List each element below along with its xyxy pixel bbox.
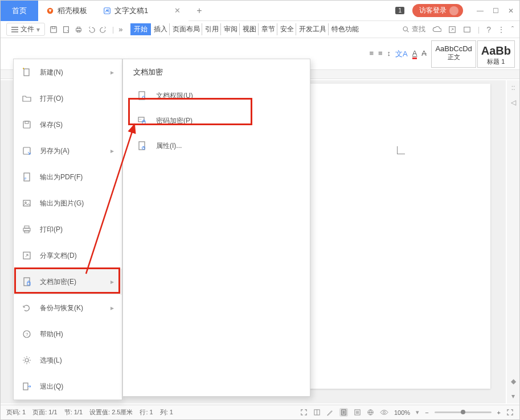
new-file-icon bbox=[22, 67, 32, 77]
ribbon-tab-security[interactable]: 安全 bbox=[279, 23, 296, 35]
web-view-icon[interactable] bbox=[367, 409, 374, 416]
zoom-chevron-icon[interactable]: ▾ bbox=[416, 409, 419, 416]
file-menu-button[interactable]: 文件 ▾ bbox=[6, 23, 45, 36]
fm-export-image[interactable]: 输出为图片(G) bbox=[14, 190, 122, 216]
reading-layout-icon[interactable] bbox=[313, 409, 321, 416]
style-label: 标题 1 bbox=[481, 57, 511, 66]
indent-increase-icon[interactable]: ≡ bbox=[378, 49, 383, 59]
printer-icon bbox=[22, 224, 32, 234]
style-normal[interactable]: AaBbCcDd 正文 bbox=[431, 40, 476, 68]
svg-text:***: *** bbox=[139, 118, 142, 121]
fm-save[interactable]: 保存(S) bbox=[14, 112, 122, 138]
ribbon-tab-layout[interactable]: 页面布局 bbox=[171, 23, 202, 35]
svg-point-8 bbox=[403, 27, 407, 31]
minimize-icon[interactable]: — bbox=[477, 7, 484, 15]
fit-page-icon[interactable] bbox=[506, 409, 514, 416]
tab-add-button[interactable]: + bbox=[189, 6, 210, 16]
panel-diamond-icon[interactable]: ◆ bbox=[511, 377, 516, 385]
header-margin-marker bbox=[397, 146, 405, 154]
tab-close-icon[interactable]: ✕ bbox=[174, 6, 181, 15]
sb-pageno[interactable]: 页码: 1 bbox=[6, 408, 26, 417]
ribbon-tab-feature[interactable]: 特色功能 bbox=[330, 23, 361, 35]
line-spacing-icon[interactable]: ↕ bbox=[387, 49, 391, 59]
tab-document[interactable]: 文字文稿1 ✕ bbox=[95, 1, 189, 21]
sb-col[interactable]: 列: 1 bbox=[160, 408, 173, 417]
login-label: 访客登录 bbox=[419, 6, 447, 15]
undo-icon[interactable] bbox=[87, 26, 95, 34]
eye-protect-icon[interactable] bbox=[380, 409, 388, 416]
sb-section[interactable]: 节: 1/1 bbox=[64, 408, 83, 417]
sb-page[interactable]: 页面: 1/1 bbox=[32, 408, 57, 417]
page-view-icon[interactable] bbox=[339, 408, 348, 417]
tab-template[interactable]: 稻壳模板 bbox=[38, 1, 95, 21]
panel-triangle-icon[interactable]: ◁ bbox=[511, 98, 516, 106]
search-button[interactable]: 查找 bbox=[402, 24, 425, 34]
fm-options[interactable]: 选项(L) bbox=[14, 347, 122, 373]
text-direction-icon[interactable]: 文A bbox=[395, 49, 408, 59]
notification-badge[interactable]: 1 bbox=[395, 7, 404, 14]
screenshot-icon[interactable] bbox=[463, 26, 471, 34]
chevron-right-icon: ▸ bbox=[110, 68, 114, 76]
panel-down-icon[interactable]: ▾ bbox=[511, 392, 515, 400]
cloud-sync-icon[interactable] bbox=[432, 26, 441, 34]
fm-saveas[interactable]: 另存为(A)▸ bbox=[14, 138, 122, 164]
help-circle-icon: ? bbox=[22, 329, 32, 339]
ribbon-tab-insert[interactable]: 插入 bbox=[152, 23, 170, 35]
sb-row[interactable]: 行: 1 bbox=[140, 408, 153, 417]
sub-properties[interactable]: 属性(I)... bbox=[123, 133, 310, 158]
fm-print[interactable]: 打印(P) bbox=[14, 216, 122, 242]
fm-backup[interactable]: 备份与恢复(K)▸ bbox=[14, 295, 122, 321]
backup-icon bbox=[22, 303, 32, 313]
fullscreen-icon[interactable] bbox=[300, 409, 308, 416]
ribbon-tab-view[interactable]: 视图 bbox=[241, 23, 259, 35]
share-icon[interactable] bbox=[448, 26, 456, 34]
ribbon-tab-review[interactable]: 审阅 bbox=[222, 23, 240, 35]
fm-new[interactable]: 新建(N)▸ bbox=[14, 59, 122, 85]
save-icon[interactable] bbox=[50, 26, 58, 34]
ribbon-tab-ref[interactable]: 引用 bbox=[203, 23, 221, 35]
more-icon[interactable]: ⋮ bbox=[498, 26, 505, 34]
clear-format-icon[interactable]: A̶ bbox=[421, 49, 427, 59]
svg-rect-2 bbox=[51, 26, 57, 32]
file-label: 文件 bbox=[21, 24, 34, 34]
drag-handle-icon[interactable]: :: bbox=[511, 84, 515, 92]
help-icon[interactable]: ? bbox=[486, 25, 491, 34]
close-window-icon[interactable]: ✕ bbox=[508, 7, 514, 15]
exit-icon bbox=[22, 381, 32, 392]
sb-setting[interactable]: 设置值: 2.5厘米 bbox=[89, 408, 133, 417]
zoom-out-button[interactable]: − bbox=[425, 409, 428, 416]
edit-mode-icon[interactable] bbox=[326, 409, 334, 416]
ribbon-tab-chapter[interactable]: 章节 bbox=[260, 23, 277, 35]
redo-icon[interactable] bbox=[100, 26, 108, 34]
ribbon-tab-dev[interactable]: 开发工具 bbox=[297, 23, 329, 35]
print-preview-icon[interactable] bbox=[62, 26, 70, 34]
font-color-icon[interactable]: A bbox=[412, 49, 417, 59]
fm-share[interactable]: 分享文档(D) bbox=[14, 242, 122, 269]
sub-password[interactable]: ***密码加密(P) bbox=[123, 108, 310, 133]
sub-permissions[interactable]: 文档权限(U) bbox=[123, 83, 310, 108]
svg-rect-28 bbox=[23, 383, 28, 390]
fm-export-pdf[interactable]: P输出为PDF(F) bbox=[14, 164, 122, 190]
zoom-in-button[interactable]: + bbox=[497, 409, 501, 416]
outline-view-icon[interactable] bbox=[354, 409, 361, 416]
collapse-ribbon-icon[interactable]: ˆ bbox=[511, 26, 514, 34]
fm-encrypt[interactable]: 文档加密(E)▸ bbox=[14, 269, 122, 295]
gear-icon bbox=[22, 355, 32, 365]
print-icon[interactable] bbox=[75, 26, 83, 34]
ribbon-tab-start[interactable]: 开始 bbox=[130, 23, 151, 35]
fm-open[interactable]: 打开(O) bbox=[14, 85, 122, 112]
paragraph-group: ≡ ≡ ↕ 文A A A̶ bbox=[369, 49, 427, 59]
fm-help[interactable]: ?帮助(H) bbox=[14, 321, 122, 347]
overflow-icon[interactable]: » bbox=[118, 25, 122, 34]
indent-decrease-icon[interactable]: ≡ bbox=[369, 49, 374, 59]
zoom-thumb[interactable] bbox=[461, 410, 465, 414]
zoom-slider[interactable] bbox=[435, 411, 492, 413]
tab-home[interactable]: 首页 bbox=[1, 1, 38, 21]
zoom-label[interactable]: 100% bbox=[394, 409, 410, 416]
login-button[interactable]: 访客登录 bbox=[412, 4, 463, 17]
search-icon bbox=[402, 26, 410, 33]
maximize-icon[interactable]: ☐ bbox=[493, 7, 499, 15]
style-heading1[interactable]: AaBb 标题 1 bbox=[477, 40, 515, 68]
fm-exit[interactable]: 退出(Q) bbox=[14, 373, 122, 400]
encrypt-submenu: 文档加密 文档权限(U) ***密码加密(P) 属性(I)... bbox=[122, 59, 310, 397]
